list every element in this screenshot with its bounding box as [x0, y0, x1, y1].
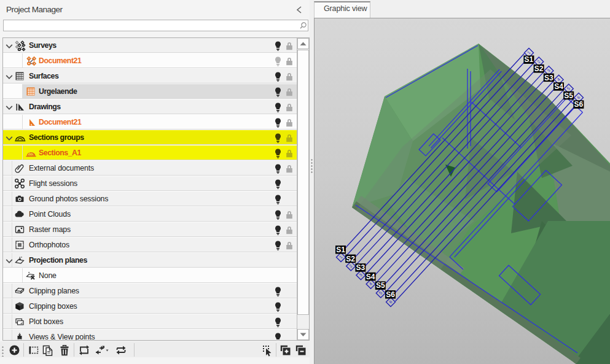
- svg-text:S3: S3: [356, 263, 366, 272]
- svg-text:S1: S1: [336, 246, 345, 254]
- svg-text:S3: S3: [544, 74, 553, 82]
- svg-text:S4: S4: [366, 273, 375, 281]
- svg-text:S4: S4: [554, 82, 563, 91]
- svg-text:S5: S5: [564, 91, 573, 100]
- svg-text:S6: S6: [574, 100, 584, 109]
- svg-text:S2: S2: [534, 64, 544, 73]
- svg-text:S5: S5: [376, 281, 385, 290]
- svg-text:S6: S6: [386, 290, 395, 299]
- svg-text:S2: S2: [346, 255, 355, 263]
- svg-text:S1: S1: [525, 55, 534, 64]
